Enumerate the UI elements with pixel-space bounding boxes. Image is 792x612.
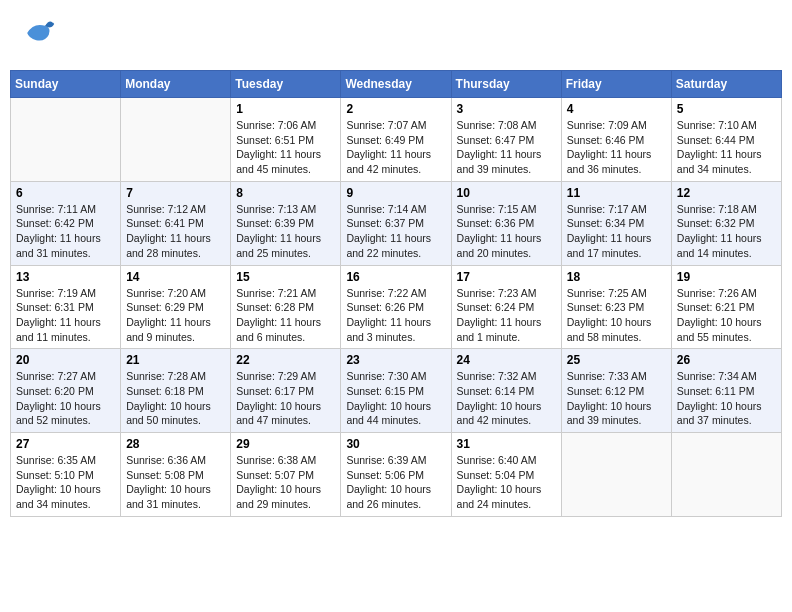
day-info: Sunrise: 7:26 AM Sunset: 6:21 PM Dayligh…: [677, 286, 776, 345]
day-number: 9: [346, 186, 445, 200]
day-info: Sunrise: 7:18 AM Sunset: 6:32 PM Dayligh…: [677, 202, 776, 261]
calendar-cell: 12Sunrise: 7:18 AM Sunset: 6:32 PM Dayli…: [671, 181, 781, 265]
day-info: Sunrise: 6:40 AM Sunset: 5:04 PM Dayligh…: [457, 453, 556, 512]
calendar-cell: [561, 433, 671, 517]
day-info: Sunrise: 7:32 AM Sunset: 6:14 PM Dayligh…: [457, 369, 556, 428]
day-info: Sunrise: 7:08 AM Sunset: 6:47 PM Dayligh…: [457, 118, 556, 177]
calendar-cell: 5Sunrise: 7:10 AM Sunset: 6:44 PM Daylig…: [671, 98, 781, 182]
day-number: 19: [677, 270, 776, 284]
calendar-week-4: 20Sunrise: 7:27 AM Sunset: 6:20 PM Dayli…: [11, 349, 782, 433]
calendar-cell: 20Sunrise: 7:27 AM Sunset: 6:20 PM Dayli…: [11, 349, 121, 433]
calendar-week-2: 6Sunrise: 7:11 AM Sunset: 6:42 PM Daylig…: [11, 181, 782, 265]
logo: [20, 15, 59, 55]
day-number: 26: [677, 353, 776, 367]
calendar-cell: 31Sunrise: 6:40 AM Sunset: 5:04 PM Dayli…: [451, 433, 561, 517]
calendar-cell: 2Sunrise: 7:07 AM Sunset: 6:49 PM Daylig…: [341, 98, 451, 182]
calendar-cell: 18Sunrise: 7:25 AM Sunset: 6:23 PM Dayli…: [561, 265, 671, 349]
calendar-cell: 28Sunrise: 6:36 AM Sunset: 5:08 PM Dayli…: [121, 433, 231, 517]
calendar-cell: 7Sunrise: 7:12 AM Sunset: 6:41 PM Daylig…: [121, 181, 231, 265]
day-header-wednesday: Wednesday: [341, 71, 451, 98]
day-number: 7: [126, 186, 225, 200]
day-header-tuesday: Tuesday: [231, 71, 341, 98]
calendar-cell: 23Sunrise: 7:30 AM Sunset: 6:15 PM Dayli…: [341, 349, 451, 433]
day-number: 10: [457, 186, 556, 200]
calendar-cell: 30Sunrise: 6:39 AM Sunset: 5:06 PM Dayli…: [341, 433, 451, 517]
calendar-cell: 27Sunrise: 6:35 AM Sunset: 5:10 PM Dayli…: [11, 433, 121, 517]
calendar-cell: 29Sunrise: 6:38 AM Sunset: 5:07 PM Dayli…: [231, 433, 341, 517]
day-header-sunday: Sunday: [11, 71, 121, 98]
day-number: 4: [567, 102, 666, 116]
day-info: Sunrise: 7:07 AM Sunset: 6:49 PM Dayligh…: [346, 118, 445, 177]
day-info: Sunrise: 7:14 AM Sunset: 6:37 PM Dayligh…: [346, 202, 445, 261]
day-info: Sunrise: 7:30 AM Sunset: 6:15 PM Dayligh…: [346, 369, 445, 428]
day-header-friday: Friday: [561, 71, 671, 98]
day-number: 22: [236, 353, 335, 367]
day-number: 21: [126, 353, 225, 367]
day-number: 30: [346, 437, 445, 451]
calendar-cell: 17Sunrise: 7:23 AM Sunset: 6:24 PM Dayli…: [451, 265, 561, 349]
day-info: Sunrise: 6:39 AM Sunset: 5:06 PM Dayligh…: [346, 453, 445, 512]
calendar-cell: 26Sunrise: 7:34 AM Sunset: 6:11 PM Dayli…: [671, 349, 781, 433]
day-number: 29: [236, 437, 335, 451]
calendar-cell: 15Sunrise: 7:21 AM Sunset: 6:28 PM Dayli…: [231, 265, 341, 349]
day-header-monday: Monday: [121, 71, 231, 98]
day-info: Sunrise: 7:13 AM Sunset: 6:39 PM Dayligh…: [236, 202, 335, 261]
calendar-cell: 14Sunrise: 7:20 AM Sunset: 6:29 PM Dayli…: [121, 265, 231, 349]
day-number: 15: [236, 270, 335, 284]
calendar-cell: 21Sunrise: 7:28 AM Sunset: 6:18 PM Dayli…: [121, 349, 231, 433]
day-info: Sunrise: 7:33 AM Sunset: 6:12 PM Dayligh…: [567, 369, 666, 428]
calendar-cell: 24Sunrise: 7:32 AM Sunset: 6:14 PM Dayli…: [451, 349, 561, 433]
day-number: 5: [677, 102, 776, 116]
day-header-thursday: Thursday: [451, 71, 561, 98]
day-number: 31: [457, 437, 556, 451]
day-header-saturday: Saturday: [671, 71, 781, 98]
calendar-cell: [671, 433, 781, 517]
day-info: Sunrise: 6:36 AM Sunset: 5:08 PM Dayligh…: [126, 453, 225, 512]
day-number: 28: [126, 437, 225, 451]
day-info: Sunrise: 7:06 AM Sunset: 6:51 PM Dayligh…: [236, 118, 335, 177]
logo-icon: [20, 15, 56, 55]
calendar-cell: 9Sunrise: 7:14 AM Sunset: 6:37 PM Daylig…: [341, 181, 451, 265]
calendar-cell: 1Sunrise: 7:06 AM Sunset: 6:51 PM Daylig…: [231, 98, 341, 182]
calendar-cell: 13Sunrise: 7:19 AM Sunset: 6:31 PM Dayli…: [11, 265, 121, 349]
calendar-table: SundayMondayTuesdayWednesdayThursdayFrid…: [10, 70, 782, 517]
calendar-cell: [11, 98, 121, 182]
calendar-cell: 22Sunrise: 7:29 AM Sunset: 6:17 PM Dayli…: [231, 349, 341, 433]
day-info: Sunrise: 7:25 AM Sunset: 6:23 PM Dayligh…: [567, 286, 666, 345]
day-number: 16: [346, 270, 445, 284]
day-number: 17: [457, 270, 556, 284]
calendar-cell: [121, 98, 231, 182]
calendar-cell: 19Sunrise: 7:26 AM Sunset: 6:21 PM Dayli…: [671, 265, 781, 349]
day-info: Sunrise: 7:17 AM Sunset: 6:34 PM Dayligh…: [567, 202, 666, 261]
calendar-cell: 6Sunrise: 7:11 AM Sunset: 6:42 PM Daylig…: [11, 181, 121, 265]
calendar-cell: 8Sunrise: 7:13 AM Sunset: 6:39 PM Daylig…: [231, 181, 341, 265]
calendar-week-3: 13Sunrise: 7:19 AM Sunset: 6:31 PM Dayli…: [11, 265, 782, 349]
day-number: 13: [16, 270, 115, 284]
calendar-cell: 3Sunrise: 7:08 AM Sunset: 6:47 PM Daylig…: [451, 98, 561, 182]
day-info: Sunrise: 7:27 AM Sunset: 6:20 PM Dayligh…: [16, 369, 115, 428]
day-info: Sunrise: 7:34 AM Sunset: 6:11 PM Dayligh…: [677, 369, 776, 428]
calendar-week-5: 27Sunrise: 6:35 AM Sunset: 5:10 PM Dayli…: [11, 433, 782, 517]
day-info: Sunrise: 7:23 AM Sunset: 6:24 PM Dayligh…: [457, 286, 556, 345]
day-info: Sunrise: 7:22 AM Sunset: 6:26 PM Dayligh…: [346, 286, 445, 345]
day-number: 6: [16, 186, 115, 200]
calendar-cell: 11Sunrise: 7:17 AM Sunset: 6:34 PM Dayli…: [561, 181, 671, 265]
day-info: Sunrise: 7:21 AM Sunset: 6:28 PM Dayligh…: [236, 286, 335, 345]
day-number: 3: [457, 102, 556, 116]
calendar-cell: 4Sunrise: 7:09 AM Sunset: 6:46 PM Daylig…: [561, 98, 671, 182]
day-number: 14: [126, 270, 225, 284]
day-info: Sunrise: 7:19 AM Sunset: 6:31 PM Dayligh…: [16, 286, 115, 345]
day-info: Sunrise: 6:38 AM Sunset: 5:07 PM Dayligh…: [236, 453, 335, 512]
day-info: Sunrise: 7:29 AM Sunset: 6:17 PM Dayligh…: [236, 369, 335, 428]
day-number: 11: [567, 186, 666, 200]
day-number: 1: [236, 102, 335, 116]
calendar-week-1: 1Sunrise: 7:06 AM Sunset: 6:51 PM Daylig…: [11, 98, 782, 182]
day-number: 25: [567, 353, 666, 367]
day-number: 18: [567, 270, 666, 284]
day-number: 24: [457, 353, 556, 367]
day-number: 27: [16, 437, 115, 451]
calendar-cell: 25Sunrise: 7:33 AM Sunset: 6:12 PM Dayli…: [561, 349, 671, 433]
calendar-cell: 16Sunrise: 7:22 AM Sunset: 6:26 PM Dayli…: [341, 265, 451, 349]
calendar-header-row: SundayMondayTuesdayWednesdayThursdayFrid…: [11, 71, 782, 98]
day-info: Sunrise: 7:10 AM Sunset: 6:44 PM Dayligh…: [677, 118, 776, 177]
